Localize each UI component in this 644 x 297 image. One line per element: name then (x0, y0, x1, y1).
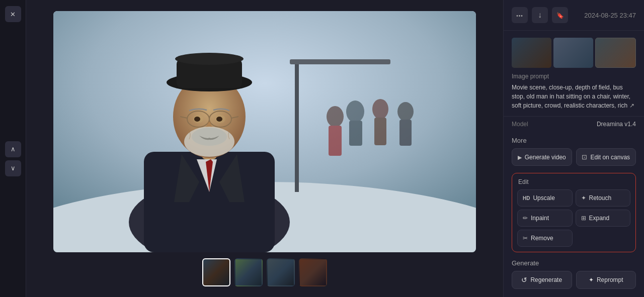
download-icon (538, 11, 542, 20)
regenerate-label: Regenerate (530, 276, 562, 283)
timestamp: 2024-08-25 23:47 (584, 12, 636, 19)
svg-rect-7 (329, 126, 342, 156)
expand-label: Expand (589, 215, 610, 222)
svg-rect-11 (290, 59, 390, 64)
reprompt-label: Reprompt (597, 276, 623, 283)
generate-actions-row: Regenerate Reprompt (512, 271, 636, 289)
prompt-link[interactable]: ↗ (629, 102, 634, 109)
preview-thumb-2[interactable] (553, 38, 593, 68)
generate-section: Generate Regenerate Reprompt (504, 257, 644, 294)
bookmark-button[interactable] (552, 7, 568, 23)
main-content (26, 0, 503, 297)
preview-strip (504, 31, 644, 73)
prompt-section: Image prompt Movie scene, close-up, dept… (504, 73, 644, 116)
top-bar-actions (512, 7, 568, 23)
inpaint-button[interactable]: Inpaint (517, 210, 573, 227)
prompt-text: Movie scene, close-up, depth of field, b… (512, 83, 636, 110)
prev-button[interactable] (5, 141, 21, 157)
left-sidebar (0, 0, 26, 297)
svg-rect-10 (295, 61, 299, 192)
more-actions-row: Generate video Edit on canvas (504, 148, 644, 171)
preview-thumb-3[interactable] (595, 38, 636, 68)
top-bar: 2024-08-25 23:47 (504, 0, 644, 31)
regenerate-button[interactable]: Regenerate (512, 271, 572, 289)
preview-thumb-1[interactable] (512, 38, 551, 68)
close-button[interactable] (5, 6, 21, 22)
inpaint-label: Inpaint (531, 215, 549, 222)
svg-rect-5 (374, 118, 386, 145)
inpaint-icon (523, 215, 528, 222)
svg-point-8 (397, 102, 414, 121)
expand-button[interactable]: Expand (576, 210, 631, 227)
chevron-down-icon (11, 164, 16, 172)
edit-grid: Upscale Retouch Inpaint Expand Remove (517, 189, 630, 247)
remove-label: Remove (531, 235, 553, 242)
svg-rect-9 (399, 120, 412, 146)
thumbnails-strip (202, 258, 327, 286)
svg-point-27 (216, 117, 222, 122)
edit-section-label: Edit (517, 178, 630, 185)
svg-point-2 (346, 101, 364, 123)
next-button[interactable] (5, 160, 21, 176)
model-value: Dreamina v1.4 (597, 121, 636, 128)
reprompt-icon (589, 276, 594, 283)
svg-point-29 (192, 128, 227, 146)
close-icon (10, 10, 16, 18)
retouch-label: Retouch (589, 194, 612, 202)
edit-on-canvas-label: Edit on canvas (590, 154, 630, 161)
hd-icon (523, 194, 530, 202)
upscale-button[interactable]: Upscale (517, 189, 573, 207)
remove-button[interactable]: Remove (517, 230, 573, 247)
main-image (53, 11, 476, 252)
edit-section: Edit Upscale Retouch Inpaint Expand (512, 173, 636, 252)
svg-point-26 (194, 117, 200, 122)
retouch-button[interactable]: Retouch (576, 189, 631, 207)
video-icon (518, 153, 522, 161)
thumbnail-3[interactable] (267, 258, 295, 286)
remove-icon (523, 235, 528, 242)
svg-point-4 (372, 99, 388, 119)
chevron-up-icon (11, 145, 16, 153)
reprompt-button[interactable]: Reprompt (576, 271, 636, 289)
bookmark-icon (556, 11, 564, 19)
canvas-icon (582, 153, 587, 161)
nav-arrows (5, 141, 21, 176)
svg-rect-3 (349, 121, 362, 146)
more-dots-icon (516, 11, 523, 19)
image-container (53, 11, 476, 252)
svg-point-18 (175, 53, 244, 65)
download-button[interactable] (532, 7, 548, 23)
thumbnail-2[interactable] (234, 258, 263, 286)
app-container: 2024-08-25 23:47 Image prompt Movie scen… (0, 0, 644, 297)
svg-point-6 (327, 106, 344, 127)
more-section-label: More (504, 132, 644, 148)
retouch-icon (581, 194, 586, 202)
generate-video-label: Generate video (525, 154, 566, 161)
more-options-button[interactable] (512, 7, 528, 23)
edit-on-canvas-button[interactable]: Edit on canvas (576, 148, 636, 166)
model-label: Model (512, 121, 528, 128)
thumbnail-1[interactable] (202, 258, 230, 286)
model-row: Model Dreamina v1.4 (504, 116, 644, 132)
right-panel: 2024-08-25 23:47 Image prompt Movie scen… (503, 0, 644, 297)
upscale-label: Upscale (533, 194, 554, 202)
generate-section-label: Generate (512, 259, 636, 271)
generate-video-button[interactable]: Generate video (512, 148, 572, 166)
prompt-label: Image prompt (512, 73, 636, 80)
scene-svg (53, 11, 476, 252)
thumbnail-4[interactable] (299, 258, 327, 286)
regenerate-icon (521, 276, 527, 284)
expand-icon (581, 215, 586, 222)
